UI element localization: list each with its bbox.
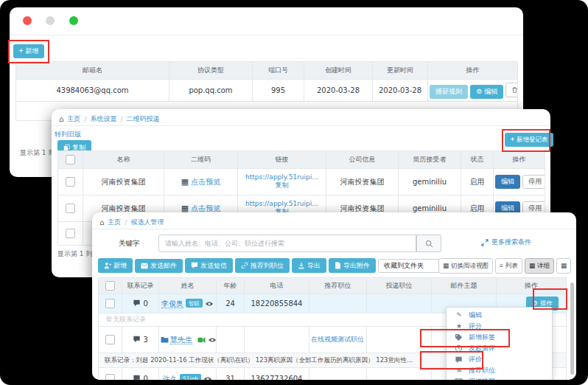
comment-icon — [455, 356, 463, 364]
select-all-checkbox[interactable] — [66, 155, 75, 164]
menu-item-add-reminder[interactable]: 新增提醒 — [447, 376, 552, 380]
menu-item-recommend-job[interactable]: 推荐职位 — [447, 365, 552, 376]
star-icon — [455, 323, 463, 330]
send-sms-button[interactable]: 发送短信 — [185, 258, 233, 273]
row-checkbox[interactable] — [105, 374, 115, 380]
send-mail-button[interactable]: 发送邮件 — [135, 259, 183, 273]
eye-icon[interactable] — [208, 337, 216, 343]
row-checkbox[interactable] — [105, 335, 115, 344]
eye-icon[interactable] — [203, 376, 212, 381]
edit-button[interactable]: 编辑 — [495, 175, 520, 189]
view-toggle-group: 切换阅读视图 列表 详细 — [438, 258, 571, 274]
add-email-label: 新增 — [25, 48, 38, 55]
actions-cell: 捕获规则 编辑 删除 — [428, 80, 518, 102]
home-icon — [99, 219, 104, 226]
contact-count-cell: 0 — [122, 368, 159, 381]
menu-label: 评价 — [469, 355, 482, 364]
menu-item-comment[interactable]: 评价 — [447, 354, 552, 365]
header-divider — [10, 35, 523, 35]
col-created: 创建时间 — [304, 62, 373, 80]
col-name: 名称 — [83, 151, 164, 169]
col-receiver: 简历接受者 — [399, 151, 461, 169]
menu-item-start-assessment[interactable]: 发起测评 — [447, 343, 552, 354]
eye-icon[interactable] — [205, 301, 214, 307]
recommended-job-link[interactable]: 在线视频测试职位 — [311, 336, 364, 343]
menu-item-score[interactable]: 评分 — [447, 321, 552, 332]
comment-icon — [133, 375, 141, 380]
search-button[interactable] — [416, 235, 441, 252]
breadcrumb-system-settings[interactable]: 系统设置 — [90, 114, 116, 124]
export-attachments-button[interactable]: 导出附件 — [329, 258, 376, 273]
export-button[interactable]: 导出 — [292, 258, 326, 273]
breadcrumb-home[interactable]: 主页 — [108, 218, 121, 227]
capture-rules-button[interactable]: 捕获规则 — [430, 85, 468, 99]
row-checkbox[interactable] — [105, 299, 115, 308]
col-mail-subject: 邮件主题 — [432, 278, 497, 294]
menu-item-edit[interactable]: 编辑 — [447, 310, 552, 321]
header-divider — [92, 229, 576, 229]
qr-code-icon — [181, 178, 189, 186]
col-port: 端口号 — [253, 62, 304, 80]
preview-link[interactable]: 点击预览 — [191, 178, 220, 186]
contact-count: 0 — [143, 375, 147, 380]
contact-count-cell: 3 — [122, 327, 159, 353]
breadcrumb-qr-delivery[interactable]: 二维码投递 — [126, 114, 159, 124]
maximize-icon[interactable] — [69, 16, 78, 25]
status-cell: 启用 — [461, 169, 494, 195]
company-cell: 河南投资集团 — [326, 169, 399, 195]
delete-email-button[interactable]: 删除 — [505, 83, 517, 97]
grid-view-button[interactable] — [556, 258, 571, 274]
menu-label: 编辑 — [469, 311, 482, 320]
col-age: 年龄 — [217, 278, 245, 294]
recommended-job-cell — [309, 368, 367, 381]
row-checkbox[interactable] — [66, 229, 75, 238]
actions-label: 操作 — [540, 300, 553, 307]
breadcrumb-separator — [120, 116, 122, 123]
gear-icon — [532, 300, 538, 307]
folder-select-value: 收藏到文件夹 — [384, 263, 424, 269]
row-checkbox[interactable] — [66, 204, 75, 213]
col-select — [58, 151, 83, 169]
candidate-name-link[interactable]: 许久 — [163, 375, 178, 381]
close-icon[interactable] — [23, 16, 32, 25]
vertical-scrollbar[interactable] — [570, 282, 574, 375]
expand-arrows-icon — [481, 239, 489, 246]
candidate-name-link[interactable]: 李俊奥 — [161, 299, 183, 308]
gear-icon — [476, 89, 482, 95]
apply-url-link[interactable]: https://apply.51ruipi... — [239, 200, 324, 207]
toggle-reading-view-button[interactable]: 切换阅读视图 — [438, 258, 493, 274]
calendar-icon — [455, 378, 463, 380]
age-cell: 24 — [217, 294, 245, 313]
link-cell: https://apply.51ruipi... 复制 — [238, 169, 326, 195]
send-mail-label: 发送邮件 — [150, 263, 177, 269]
list-view-button[interactable]: 列表 — [495, 258, 522, 274]
comment-icon — [133, 336, 141, 343]
pencil-icon — [455, 312, 463, 319]
disable-button[interactable]: 停用 — [522, 175, 545, 189]
infinity-icon — [455, 367, 463, 374]
copy-url-link[interactable]: 复制 — [239, 181, 324, 190]
row-checkbox[interactable] — [66, 177, 75, 187]
col-link: 链接 — [238, 151, 326, 169]
menu-label: 新增提醒 — [469, 377, 495, 380]
preview-link[interactable]: 点击预览 — [191, 204, 220, 212]
candidate-name-link[interactable]: 慧先生 — [170, 336, 192, 344]
add-candidate-button[interactable]: 新增 — [98, 258, 133, 273]
menu-item-add-tag[interactable]: 新增标签 — [447, 332, 552, 343]
detail-view-button[interactable]: 详细 — [525, 258, 554, 274]
edit-email-button[interactable]: 编辑 — [470, 85, 503, 99]
search-input[interactable] — [158, 235, 416, 252]
breadcrumb-candidates[interactable]: 候选人管理 — [130, 218, 164, 227]
recommend-to-job-button[interactable]: 推荐到职位 — [235, 258, 290, 273]
apply-url-link[interactable]: https://apply.51ruipi... — [239, 173, 324, 181]
breadcrumb-home[interactable]: 主页 — [67, 114, 80, 124]
col-qr: 二维码 — [164, 151, 238, 169]
add-registration-form-button[interactable]: 新增登记表 — [505, 133, 553, 147]
select-all-checkbox[interactable] — [105, 281, 115, 291]
more-filters-link[interactable]: 更多搜索条件 — [481, 237, 531, 247]
add-person-icon — [104, 262, 111, 269]
qr-table-row: 河南投资集团 点击预览 https://apply.51ruipi... 复制 … — [58, 169, 545, 195]
add-email-button[interactable]: 新增 — [13, 44, 44, 58]
legacy-version-link[interactable]: 转到旧版 — [55, 130, 81, 139]
minimize-icon[interactable] — [46, 16, 55, 25]
